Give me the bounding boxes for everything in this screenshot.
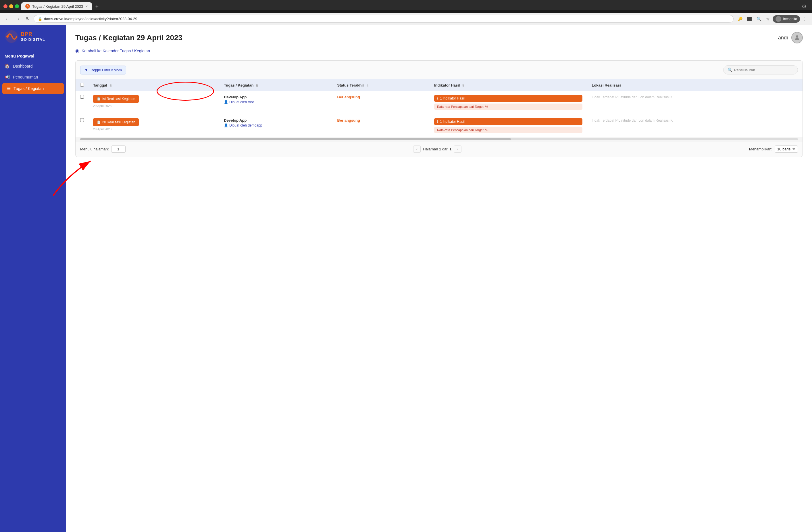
sort-tugas-icon[interactable]: ⇅ (256, 84, 258, 87)
page-header: Tugas / Kegiatan 29 April 2023 andi (75, 32, 803, 43)
sidebar-logo: BPR GO DIGITAL (0, 25, 66, 48)
th-lokasi: Lokasi Realisasi (587, 79, 802, 91)
table-row: 📋 Isi Realisasi Kegiatan 29 April 2023 D… (75, 114, 802, 138)
sort-status-icon[interactable]: ⇅ (366, 84, 369, 87)
sidebar-item-pengumuman[interactable]: 📢 Pengumuman (0, 72, 66, 83)
row1-pencapaian: Rata-rata Pencapaian dari Target: % (434, 103, 583, 110)
nav-back-button[interactable]: ← (3, 15, 12, 23)
sidebar-item-tugas-kegiatan[interactable]: ☰ Tugas / Kegiatan (2, 83, 64, 94)
sort-tanggal-icon[interactable]: ⇅ (110, 84, 112, 87)
table-container: ▼ Toggle Filter Kolom 🔍 (75, 60, 803, 157)
row2-indicator-label: 1 Indikator Hasil (440, 120, 465, 124)
row1-status: Berlangsung (337, 95, 360, 99)
sidebar-label-dashboard: Dashboard (13, 64, 33, 68)
sort-indikator-icon[interactable]: ⇅ (462, 84, 464, 87)
row1-checkbox-cell (75, 91, 88, 114)
tab-close-button[interactable]: × (85, 4, 88, 9)
tab-title: Tugas / Kegiatan 29 April 2023 (32, 4, 83, 9)
prev-page-button[interactable]: ‹ (413, 145, 421, 153)
nav-refresh-button[interactable]: ↻ (24, 15, 31, 23)
back-icon: ◉ (75, 48, 79, 54)
traffic-light-yellow[interactable] (9, 4, 13, 8)
page-current: 1 (439, 147, 441, 151)
sidebar-label-pengumuman: Pengumuman (13, 75, 38, 79)
row1-lokasi: Tidak Terdapat P Latitude dan Lon dalam … (592, 95, 673, 99)
row1-task-creator: 👤 Dibuat oleh root (224, 100, 328, 104)
table-wrapper: Tanggal ⇅ Tugas / Kegiatan ⇅ Status Tera… (75, 79, 802, 137)
user-avatar[interactable] (791, 32, 803, 43)
row2-pencapaian: Rata-rata Pencapaian dari Target: % (434, 127, 583, 133)
th-tugas: Tugas / Kegiatan ⇅ (219, 79, 332, 91)
row2-status-cell: Berlangsung (333, 114, 430, 138)
table-row: 📋 Isi Realisasi Kegiatan 29 April 2023 D… (75, 91, 802, 114)
sidebar-item-dashboard[interactable]: 🏠 Dashboard (0, 61, 66, 72)
dashboard-icon: 🏠 (4, 64, 10, 69)
filter-icon: ▼ (85, 68, 88, 72)
row1-tanggal: 29 April 2023 (93, 104, 215, 108)
sidebar-label-tugas: Tugas / Kegiatan (14, 86, 44, 91)
th-status: Status Terakhir ⇅ (333, 79, 430, 91)
th-indikator-label: Indikator Hasil (434, 83, 460, 87)
new-tab-button[interactable]: + (93, 3, 101, 10)
sidebar-menu-title: Menu Pegawai (0, 48, 66, 61)
cast-icon[interactable]: ⬛ (745, 15, 754, 23)
th-tanggal: Tanggal ⇅ (88, 79, 219, 91)
search-input[interactable] (734, 68, 792, 72)
main-content: Tugas / Kegiatan 29 April 2023 andi ◉ Ke… (66, 25, 812, 532)
next-page-button[interactable]: › (454, 145, 461, 153)
rows-per-page-select[interactable]: 10 baris 25 baris 50 baris (775, 145, 798, 153)
row1-realisasi-btn[interactable]: 📋 Isi Realisasi Kegiatan (93, 95, 139, 103)
address-bar[interactable]: 🔒 dams.creva.id/employee/tasks/activity?… (34, 15, 734, 23)
page-input[interactable] (111, 145, 126, 153)
row1-indicator-label: 1 Indikator Hasil (440, 96, 465, 100)
row2-checkbox[interactable] (80, 118, 84, 122)
filter-btn-label: Toggle Filter Kolom (90, 68, 122, 72)
sidebar: BPR GO DIGITAL Menu Pegawai 🏠 Dashboard … (0, 25, 66, 532)
th-status-label: Status Terakhir (337, 83, 364, 87)
svg-point-2 (796, 36, 798, 38)
logo-bpr: BPR (21, 31, 45, 37)
nav-forward-button[interactable]: → (14, 15, 22, 23)
key-icon[interactable]: 🔑 (736, 15, 744, 23)
th-lokasi-label: Lokasi Realisasi (592, 83, 621, 87)
row1-indicator-cell: ℹ 1 Indikator Hasil Rata-rata Pencapaian… (430, 91, 587, 114)
row2-realisasi-btn[interactable]: 📋 Isi Realisasi Kegiatan (93, 118, 139, 126)
browser-tab-active[interactable]: G Tugas / Kegiatan 29 April 2023 × (21, 2, 92, 10)
page-info: Halaman 1 dari 1 (423, 147, 451, 151)
more-options-button[interactable]: ⋮ (801, 15, 809, 23)
page-info-label: Halaman (423, 147, 438, 151)
scrollbar-track (80, 138, 798, 140)
table-toolbar: ▼ Toggle Filter Kolom 🔍 (75, 61, 802, 79)
breadcrumb[interactable]: ◉ Kembali ke Kalender Tugas / Kegiatan (75, 48, 803, 54)
traffic-light-green[interactable] (15, 4, 19, 8)
bookmark-icon[interactable]: ☆ (764, 15, 771, 23)
row2-task-creator: 👤 Dibuat oleh demoapp (224, 123, 328, 127)
search-icon[interactable]: 🔍 (755, 15, 763, 23)
select-all-checkbox[interactable] (80, 83, 84, 86)
row1-task-cell: Develop App 👤 Dibuat oleh root (219, 91, 332, 114)
indicator-icon: ℹ (437, 96, 438, 100)
th-indikator: Indikator Hasil ⇅ (430, 79, 587, 91)
toggle-filter-button[interactable]: ▼ Toggle Filter Kolom (80, 66, 126, 74)
scrollbar-row (75, 137, 802, 141)
tugas-icon: ☰ (7, 86, 11, 91)
row1-status-cell: Berlangsung (333, 91, 430, 114)
row1-creator-text: Dibuat oleh root (229, 100, 254, 104)
browser-maximize-icon: ⊙ (802, 3, 809, 10)
display-label: Menampilkan: (749, 147, 772, 151)
data-table: Tanggal ⇅ Tugas / Kegiatan ⇅ Status Tera… (75, 79, 802, 137)
btn-icon: 📋 (97, 97, 101, 101)
tab-favicon: G (25, 4, 30, 9)
page-title: Tugas / Kegiatan 29 April 2023 (75, 33, 183, 42)
creator-icon: 👤 (224, 100, 228, 104)
table-header-row: Tanggal ⇅ Tugas / Kegiatan ⇅ Status Tera… (75, 79, 802, 91)
traffic-light-red[interactable] (3, 4, 8, 8)
row2-btn-cell: 📋 Isi Realisasi Kegiatan 29 April 2023 (88, 114, 219, 138)
row2-indicator-cell: ℹ 1 Indikator Hasil Rata-rata Pencapaian… (430, 114, 587, 138)
search-box: 🔍 (723, 65, 798, 74)
row1-checkbox[interactable] (80, 95, 84, 99)
incognito-avatar (775, 16, 781, 22)
scrollbar-thumb[interactable] (80, 138, 511, 140)
row2-lokasi: Tidak Terdapat P Latitude dan Lon dalam … (592, 118, 673, 123)
page-total: 1 (449, 147, 451, 151)
